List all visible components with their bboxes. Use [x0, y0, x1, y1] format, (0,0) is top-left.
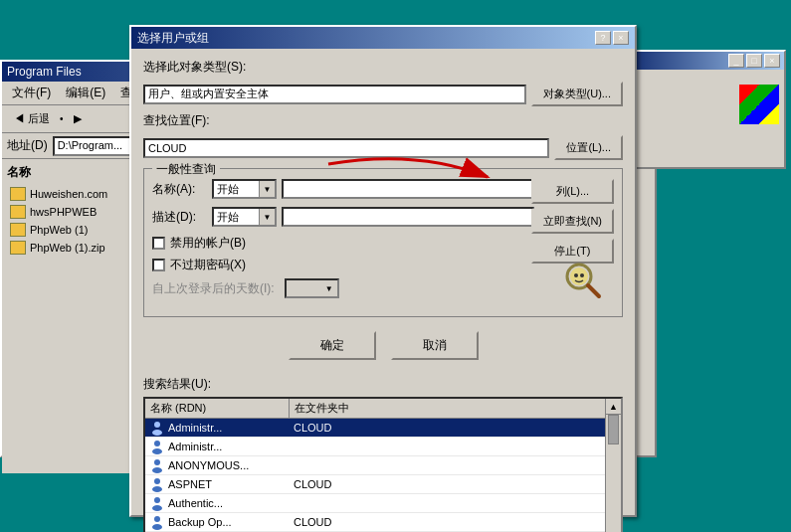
table-row[interactable]: ANONYMOUS... — [145, 456, 621, 475]
name-combo[interactable]: 开始 ▼ — [212, 179, 277, 199]
user-icon — [149, 439, 165, 454]
explorer-sidebar: 名称 Huweishen.com hwsPHPWEB PhpWeb (1) Ph… — [2, 159, 131, 473]
desc-label: 描述(D): — [152, 209, 207, 226]
name-text-field[interactable] — [282, 179, 534, 199]
table-row[interactable]: Authentic... — [145, 494, 621, 513]
name-combo-text: 开始 — [214, 182, 259, 197]
svg-point-3 — [574, 273, 578, 277]
name-label: 名称(A): — [152, 181, 207, 198]
results-container[interactable]: 名称 (RDN) 在文件夹中 Administr...CLOUDAdminist… — [143, 397, 623, 532]
table-row[interactable]: Administr... — [145, 438, 621, 456]
sidebar-item-1[interactable]: hwsPHPWEB — [7, 203, 125, 221]
search-now-button[interactable]: 立即查找(N) — [531, 209, 614, 234]
svg-point-9 — [154, 459, 160, 465]
windows-logo — [739, 85, 779, 124]
folder-icon-2 — [10, 223, 26, 237]
results-rows-container: Administr...CLOUDAdministr...ANONYMOUS..… — [145, 419, 621, 532]
svg-point-12 — [152, 486, 162, 492]
location-input[interactable] — [143, 138, 549, 158]
back-btn[interactable]: ◀ 后退 — [7, 108, 57, 129]
forward-btn[interactable]: ▶ — [67, 109, 89, 128]
user-icon — [149, 514, 165, 530]
sidebar-label-0: Huweishen.com — [30, 188, 107, 200]
scroll-up[interactable]: ▲ — [606, 399, 621, 415]
small-min-btn[interactable]: _ — [728, 54, 744, 68]
small-max-btn[interactable]: □ — [746, 54, 762, 68]
small-title-bar:  _ □ × — [619, 52, 784, 70]
svg-point-11 — [154, 478, 160, 484]
menu-edit[interactable]: 编辑(E) — [61, 84, 110, 102]
search-icon-area — [559, 259, 604, 306]
last-login-arrow[interactable]: ▼ — [321, 284, 337, 293]
desc-combo-arrow[interactable]: ▼ — [259, 209, 275, 225]
result-name: Authentic... — [168, 497, 223, 509]
small-controls: _ □ × — [728, 54, 780, 68]
col-folder-header[interactable]: 在文件夹中 — [290, 399, 621, 418]
location-button[interactable]: 位置(L)... — [554, 135, 623, 160]
desc-text-field[interactable] — [282, 207, 534, 227]
sidebar-item-2[interactable]: PhpWeb (1) — [7, 221, 125, 239]
svg-point-8 — [152, 448, 162, 454]
user-icon — [149, 476, 165, 492]
list-button[interactable]: 列(L)... — [531, 179, 614, 204]
object-type-input-row: 对象类型(U)... — [143, 82, 623, 106]
table-row[interactable]: ASPNETCLOUD — [145, 475, 621, 494]
result-name: Backup Op... — [168, 516, 232, 528]
svg-point-1 — [570, 267, 588, 285]
user-icon — [149, 420, 165, 436]
dialog-help-btn[interactable]: ? — [595, 31, 611, 45]
result-name: ASPNET — [168, 478, 212, 490]
svg-point-4 — [580, 273, 584, 277]
sidebar-item-3[interactable]: PhpWeb (1).zip — [7, 239, 125, 257]
table-row[interactable]: Administr...CLOUD — [145, 419, 621, 438]
dialog-footer: 确定 取消 — [143, 323, 623, 368]
scrollbar[interactable]: ▲ ▼ — [605, 399, 621, 532]
no-expire-password-checkbox[interactable] — [152, 259, 165, 271]
search-illustration — [559, 259, 604, 303]
name-combo-arrow[interactable]: ▼ — [259, 181, 275, 197]
select-user-dialog: 选择用户或组 ? × 选择此对象类型(S): 对象类型(U)... 查找位置(F… — [129, 25, 637, 517]
location-input-row: 位置(L)... — [143, 135, 623, 160]
nav-separator: • — [60, 113, 64, 124]
location-label: 查找位置(F): — [143, 112, 233, 129]
last-login-combo[interactable]: ▼ — [285, 278, 339, 298]
svg-point-6 — [152, 430, 162, 436]
sidebar-label-1: hwsPHPWEB — [30, 206, 97, 218]
scroll-thumb[interactable] — [608, 415, 619, 444]
address-label: 地址(D) — [7, 137, 48, 154]
result-name: Administr... — [168, 441, 222, 452]
result-folder: CLOUD — [290, 477, 621, 491]
no-expire-password-label: 不过期密码(X) — [170, 257, 246, 273]
results-section: 搜索结果(U): 名称 (RDN) 在文件夹中 Administr...CLOU… — [143, 376, 623, 532]
result-folder — [290, 464, 621, 466]
disabled-accounts-checkbox[interactable] — [152, 237, 165, 250]
small-close-btn[interactable]: × — [764, 54, 780, 68]
object-type-input[interactable] — [143, 85, 526, 104]
folder-icon-1 — [10, 205, 26, 219]
desc-combo-text: 开始 — [214, 210, 259, 225]
sidebar-item-0[interactable]: Huweishen.com — [7, 185, 125, 203]
cancel-button[interactable]: 取消 — [391, 331, 479, 360]
ok-button[interactable]: 确定 — [289, 331, 376, 360]
object-type-label: 选择此对象类型(S): — [143, 59, 246, 76]
object-type-button[interactable]: 对象类型(U)... — [531, 82, 623, 106]
result-folder: CLOUD — [290, 515, 621, 529]
results-label: 搜索结果(U): — [143, 376, 623, 393]
folder-icon-3 — [10, 241, 26, 255]
right-buttons: 列(L)... 立即查找(N) 停止(T) — [531, 179, 614, 264]
scroll-track — [606, 415, 621, 532]
svg-point-10 — [152, 467, 162, 473]
last-login-label: 自上次登录后的天数(I): — [152, 280, 275, 297]
result-name: Administr... — [168, 422, 222, 434]
dialog-close-btn[interactable]: × — [613, 31, 629, 45]
sidebar-label-3: PhpWeb (1).zip — [30, 242, 105, 254]
table-row[interactable]: Backup Op...CLOUD — [145, 513, 621, 532]
result-name: ANONYMOUS... — [168, 459, 249, 471]
svg-point-15 — [154, 516, 160, 522]
last-login-row: 自上次登录后的天数(I): ▼ — [152, 278, 614, 298]
dialog-title-controls: ? × — [595, 31, 629, 45]
desc-combo[interactable]: 开始 ▼ — [212, 207, 277, 227]
col-name-header[interactable]: 名称 (RDN) — [145, 399, 290, 418]
result-folder: CLOUD — [290, 421, 621, 435]
menu-file[interactable]: 文件(F) — [7, 84, 56, 102]
